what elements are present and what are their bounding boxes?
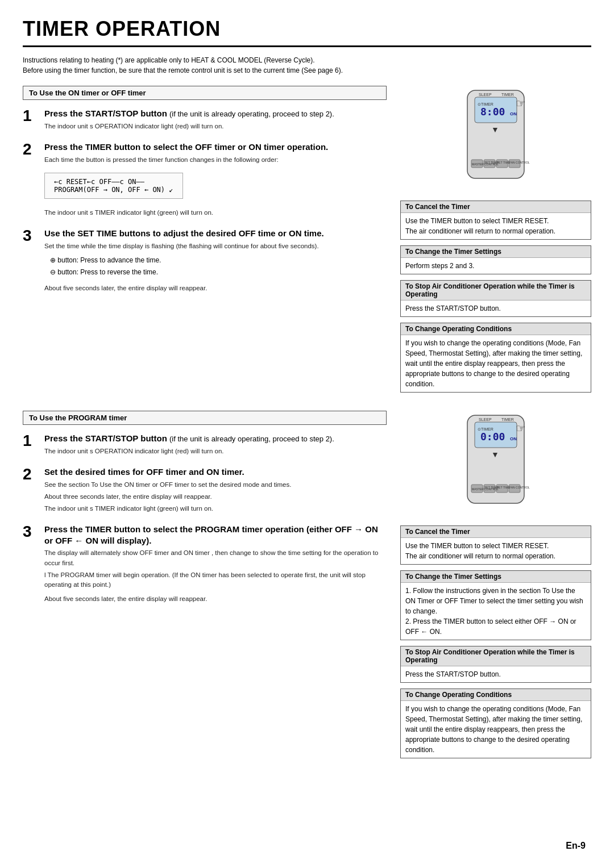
- remote-image-1: SLEEP TIMER 8:00 ON ⊙TIMER ☞ ▼ MASTER CO…: [400, 86, 591, 194]
- s2-step1-content: Press the START/STOP button (if the unit…: [44, 433, 334, 458]
- step3-num: 3: [23, 228, 39, 244]
- section1-layout: To Use the ON timer or OFF timer 1 Press…: [23, 86, 591, 398]
- section2-left: To Use the PROGRAM timer 1 Press the STA…: [23, 411, 387, 764]
- info-box-change-timer-2: To Change the Timer Settings 1. Follow t…: [400, 570, 591, 640]
- info-box-cancel-2: To Cancel the Timer Use the TIMER button…: [400, 525, 591, 565]
- svg-text:ON: ON: [510, 436, 517, 441]
- step2-num: 2: [23, 141, 39, 157]
- info-box-cancel-1: To Cancel the Timer Use the TIMER button…: [400, 201, 591, 240]
- info-box-stop-1: To Stop Air Conditioner Operation while …: [400, 280, 591, 317]
- s2-step3-content: Press the TIMER button to select the PRO…: [44, 524, 387, 606]
- s2-step3-block: 3 Press the TIMER button to select the P…: [23, 524, 387, 606]
- svg-text:TIMER: TIMER: [501, 418, 514, 422]
- svg-text:⊙TIMER: ⊙TIMER: [478, 102, 493, 106]
- info-box-cancel-1-body: Use the TIMER button to select TIMER RES…: [401, 213, 591, 239]
- step3-content: Use the SET TIME buttons to adjust the d…: [44, 228, 324, 295]
- step2-content: Press the TIMER button to select the OFF…: [44, 141, 328, 220]
- svg-text:0:00: 0:00: [480, 431, 505, 443]
- svg-text:SET TIME: SET TIME: [497, 486, 511, 489]
- section1-left: To Use the ON timer or OFF timer 1 Press…: [23, 86, 387, 398]
- s2-step1-block: 1 Press the START/STOP button (if the un…: [23, 433, 387, 458]
- s2-step2-num: 2: [23, 466, 39, 482]
- page-number: En-9: [566, 841, 586, 851]
- svg-text:▼: ▼: [491, 125, 499, 134]
- intro-text: Instructions relating to heating (*) are…: [23, 55, 591, 76]
- svg-text:TIMER: TIMER: [501, 93, 514, 97]
- info-box-operating-1: To Change Operating Conditions If you wi…: [400, 323, 591, 393]
- info-box-change-timer-1: To Change the Timer Settings Perform ste…: [400, 245, 591, 274]
- page-title: TIMER OPERATION: [23, 17, 591, 47]
- reset-diagram: ←c RESET←c OFF——c ON—— PROGRAM(OFF → ON,…: [44, 173, 183, 199]
- button-list: ⊕ button: Press to advance the time. ⊖ b…: [50, 254, 324, 279]
- info-box-stop-1-body: Press the START/STOP button.: [401, 301, 591, 316]
- s2-step2-block: 2 Set the desired times for OFF timer an…: [23, 466, 387, 516]
- section2-right: SLEEP TIMER ⊙TIMER 0:00 ON ☞ ▼ MASTER CO…: [400, 411, 591, 764]
- svg-text:SLEEP: SLEEP: [479, 418, 492, 422]
- svg-text:FAN CONTROL: FAN CONTROL: [509, 486, 530, 489]
- info-box-stop-2: To Stop Air Conditioner Operation while …: [400, 646, 591, 683]
- section1-label: To Use the ON timer or OFF timer: [23, 86, 387, 100]
- svg-text:FAN CONTROL: FAN CONTROL: [509, 161, 530, 164]
- info-box-operating-2: To Change Operating Conditions If you wi…: [400, 688, 591, 758]
- svg-text:☞: ☞: [516, 97, 526, 110]
- s2-step3-num: 3: [23, 524, 39, 540]
- s2-step2-content: Set the desired times for OFF timer and …: [44, 466, 291, 516]
- info-box-operating-1-body: If you wish to change the operating cond…: [401, 335, 591, 392]
- step1-block: 1 Press the START/STOP button (if the un…: [23, 108, 387, 133]
- step1-content: Press the START/STOP button (if the unit…: [44, 108, 334, 133]
- step1-num: 1: [23, 108, 39, 124]
- s2-step1-num: 1: [23, 433, 39, 449]
- step3-block: 3 Use the SET TIME buttons to adjust the…: [23, 228, 387, 295]
- info-box-operating-2-body: If you wish to change the operating cond…: [401, 701, 591, 758]
- svg-text:☞: ☞: [516, 422, 526, 435]
- section2-label: To Use the PROGRAM timer: [23, 411, 387, 425]
- info-box-change-timer-1-body: Perform steps 2 and 3.: [401, 258, 591, 274]
- svg-text:ON: ON: [510, 111, 517, 116]
- svg-text:SET TIME: SET TIME: [497, 161, 511, 164]
- section2-layout: To Use the PROGRAM timer 1 Press the STA…: [23, 411, 591, 764]
- svg-text:▼: ▼: [491, 450, 499, 459]
- remote-image-2: SLEEP TIMER ⊙TIMER 0:00 ON ☞ ▼ MASTER CO…: [400, 411, 591, 519]
- svg-text:8:00: 8:00: [480, 106, 505, 118]
- svg-text:SLEEP: SLEEP: [479, 93, 492, 97]
- section1-right: SLEEP TIMER 8:00 ON ⊙TIMER ☞ ▼ MASTER CO…: [400, 86, 591, 398]
- info-box-cancel-2-body: Use the TIMER button to select TIMER RES…: [401, 538, 591, 564]
- step2-block: 2 Press the TIMER button to select the O…: [23, 141, 387, 220]
- info-box-change-timer-2-body: 1. Follow the instructions given in the …: [401, 583, 591, 640]
- info-box-stop-2-body: Press the START/STOP button.: [401, 666, 591, 682]
